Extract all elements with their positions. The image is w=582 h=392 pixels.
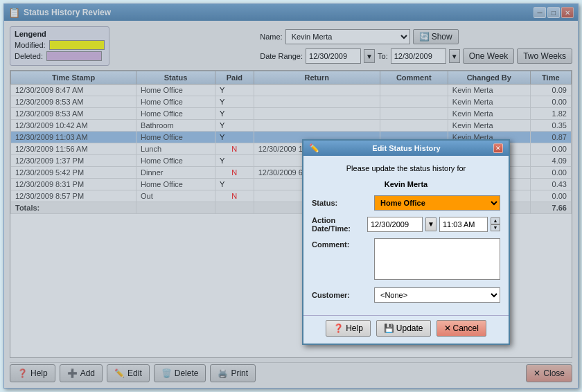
customer-label: Customer: [312,291,374,299]
modal-help-button[interactable]: ❓ Help [326,320,371,337]
modal-title-bar: ✏️ Edit Status History ✕ [303,141,509,156]
action-time-input[interactable] [439,217,488,232]
status-field-select[interactable]: Home Office [374,195,500,211]
action-date-calendar[interactable]: ▼ [425,217,436,231]
customer-select[interactable]: <None> [374,287,500,303]
modal-title: Edit Status History [372,144,440,152]
modal-footer: ❓ Help 💾 Update ✕ Cancel [303,315,509,344]
time-spinner[interactable]: ▲ ▼ [491,217,500,231]
action-date-input[interactable] [367,217,423,232]
comment-label: Comment: [312,238,374,249]
time-spin-up[interactable]: ▲ [491,217,500,224]
time-spin-down[interactable]: ▼ [491,224,500,231]
comment-textarea[interactable] [374,238,500,280]
update-button[interactable]: 💾 Update [376,320,431,337]
cancel-button[interactable]: ✕ Cancel [436,320,486,337]
cancel-icon: ✕ [444,323,451,333]
status-field-label: Status: [312,199,374,207]
modal-close-button[interactable]: ✕ [493,143,503,153]
modal-header-text: Please update the status history for [312,163,500,175]
main-window: 📋 Status History Review ─ □ ✕ Lengend Mo… [3,3,579,389]
modal-icon: ✏️ [309,143,319,153]
modal-help-icon: ❓ [333,323,344,333]
action-datetime-label: ActionDate/Time: [312,216,367,233]
modal-person-name: Kevin Merta [312,180,500,188]
update-icon: 💾 [384,323,394,333]
edit-status-modal: ✏️ Edit Status History ✕ Please update t… [302,139,510,345]
